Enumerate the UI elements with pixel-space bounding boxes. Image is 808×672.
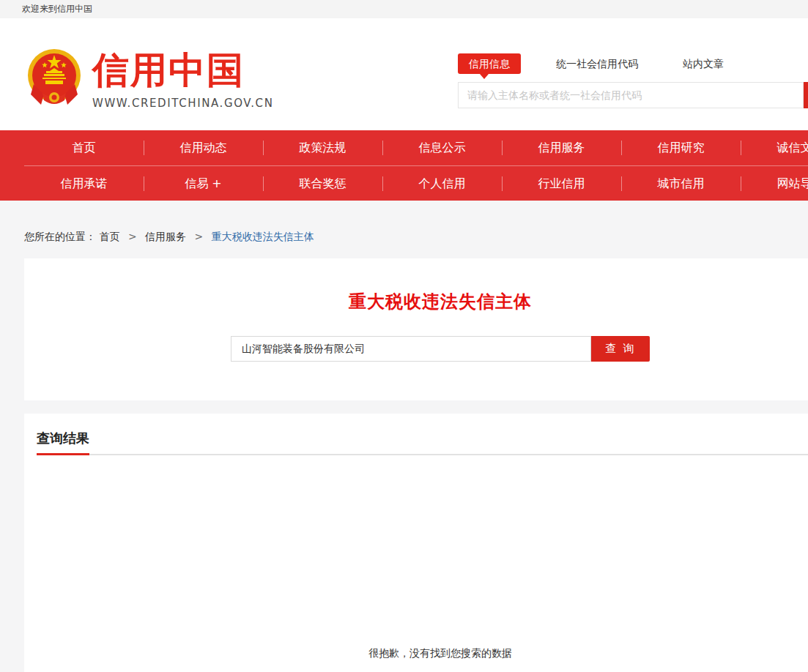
- nav-row-2: 信用承诺 信易 + 联合奖惩 个人信用 行业信用 城市信用 网站导航: [24, 165, 808, 201]
- brand-block: 信用中国 WWW.CREDITCHINA.GOV.CN: [92, 51, 274, 110]
- nav-item-joint-reward-punishment[interactable]: 联合奖惩: [263, 166, 382, 201]
- nav-item-policies[interactable]: 政策法规: [263, 130, 382, 165]
- nav-item-integrity-culture[interactable]: 诚信文化: [741, 130, 808, 165]
- empty-results-message: 很抱歉，没有找到您搜索的数据: [24, 647, 808, 660]
- tab-credit-info[interactable]: 信用信息: [458, 53, 521, 74]
- breadcrumb-separator: >: [195, 231, 204, 242]
- welcome-text: 欢迎来到信用中国: [22, 4, 92, 14]
- nav-item-personal-credit[interactable]: 个人信用: [382, 166, 502, 201]
- tab-site-articles[interactable]: 站内文章: [683, 53, 724, 74]
- header-search-input[interactable]: [458, 82, 804, 108]
- main-nav: 首页 信用动态 政策法规 信息公示 信用服务 信用研究 诚信文化 信用承诺 信易…: [0, 130, 808, 201]
- results-header: 查询结果: [37, 414, 808, 455]
- query-card: 重大税收违法失信主体 查 询: [24, 258, 808, 400]
- breadcrumb-separator: >: [128, 231, 137, 242]
- nav-item-site-map[interactable]: 网站导航: [741, 166, 808, 201]
- breadcrumb-credit-services[interactable]: 信用服务: [145, 231, 186, 242]
- breadcrumb-home[interactable]: 首页: [99, 231, 119, 242]
- nav-item-city-credit[interactable]: 城市信用: [621, 166, 741, 201]
- tab-social-credit-code[interactable]: 统一社会信用代码: [556, 53, 638, 74]
- query-search-input[interactable]: [231, 336, 591, 362]
- breadcrumb-prefix: 您所在的位置：: [24, 231, 96, 242]
- site-header: 信用中国 WWW.CREDITCHINA.GOV.CN 信用信息 统一社会信用代…: [0, 18, 808, 130]
- results-card: 查询结果 很抱歉，没有找到您搜索的数据: [24, 414, 808, 672]
- nav-item-credit-news[interactable]: 信用动态: [144, 130, 263, 165]
- page-body: 您所在的位置： 首页 > 信用服务 > 重大税收违法失信主体 重大税收违法失信主…: [0, 201, 808, 672]
- brand-title: 信用中国: [92, 51, 274, 90]
- welcome-bar: 欢迎来到信用中国: [0, 0, 808, 18]
- breadcrumb-current-page[interactable]: 重大税收违法失信主体: [212, 231, 314, 242]
- nav-item-credit-research[interactable]: 信用研究: [621, 130, 741, 165]
- header-search-button[interactable]: [804, 82, 808, 108]
- nav-item-home[interactable]: 首页: [24, 130, 144, 165]
- national-emblem-logo: [26, 46, 82, 111]
- query-search-row: 查 询: [231, 336, 650, 362]
- nav-item-xinyi-plus[interactable]: 信易 +: [144, 166, 263, 201]
- breadcrumb: 您所在的位置： 首页 > 信用服务 > 重大税收违法失信主体: [0, 201, 808, 244]
- header-search-module: 信用信息 统一社会信用代码 站内文章: [458, 53, 808, 108]
- header-search-row: [458, 82, 808, 108]
- nav-item-industry-credit[interactable]: 行业信用: [502, 166, 621, 201]
- brand-url: WWW.CREDITCHINA.GOV.CN: [92, 97, 274, 110]
- search-tabs: 信用信息 统一社会信用代码 站内文章: [458, 53, 808, 74]
- nav-item-info-disclosure[interactable]: 信息公示: [382, 130, 502, 165]
- nav-item-credit-commitment[interactable]: 信用承诺: [24, 166, 144, 201]
- nav-item-credit-services[interactable]: 信用服务: [502, 130, 621, 165]
- query-search-button[interactable]: 查 询: [591, 336, 650, 362]
- nav-row-1: 首页 信用动态 政策法规 信息公示 信用服务 信用研究 诚信文化: [24, 130, 808, 165]
- results-heading: 查询结果: [37, 430, 89, 455]
- page-title: 重大税收违法失信主体: [24, 258, 808, 313]
- main-nav-inner: 首页 信用动态 政策法规 信息公示 信用服务 信用研究 诚信文化 信用承诺 信易…: [24, 130, 808, 201]
